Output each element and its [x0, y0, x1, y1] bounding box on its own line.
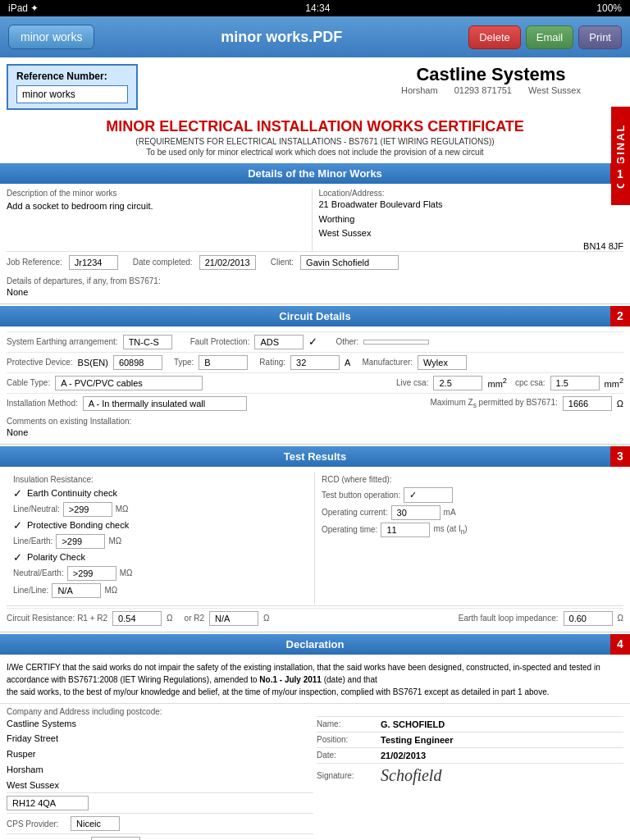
rcd-label: RCD (where fitted):: [322, 475, 617, 484]
section2-content: System Earthing arrangement: TN-C-S Faul…: [0, 328, 630, 445]
prot-device-num: 60898: [113, 355, 162, 370]
or-r2-value: N/A: [209, 611, 258, 626]
declaration-text2: the said works, to the best of my/our kn…: [7, 687, 549, 696]
prot-bond-label: Protective Bonding check: [27, 520, 129, 530]
postcode-row: RH12 4QA: [7, 792, 313, 813]
company-details: Horsham 01293 871751 West Sussex: [401, 85, 581, 95]
prot-device-label: Protective Device:: [7, 358, 73, 367]
line-line-label: Line/Line:: [13, 586, 48, 595]
polarity-label: Polarity Check: [27, 552, 85, 562]
op-current-unit: mA: [444, 508, 456, 517]
cable-type-row: Cable Type: A - PVC/PVC cables Live csa:…: [7, 372, 623, 393]
subtitle2: To be used only for minor electrical wor…: [0, 148, 630, 162]
signature-row: Signature: Schofield: [317, 763, 623, 788]
company-county: West Sussex: [7, 778, 313, 793]
minor-works-button[interactable]: minor works: [8, 25, 94, 49]
circuit-res-row: Circuit Resistance: R1 + R2 0.54 Ω or R2…: [7, 608, 623, 628]
prot-device-row: Protective Device: BS(EN) 60898 Type: B …: [7, 352, 623, 372]
address-line3: West Sussex: [319, 226, 624, 241]
test-right: RCD (where fitted): Test button operatio…: [315, 472, 623, 604]
live-csa-label: Live csa:: [396, 378, 428, 387]
footer-date-value: 21/02/2013: [381, 751, 426, 760]
earth-check-row: ✓ Earth Continuity check: [13, 487, 308, 500]
install-method-row: Installation Method: A - In thermally in…: [7, 393, 623, 413]
earth-fault-unit: Ω: [618, 614, 623, 623]
or-r2-label: or R2: [185, 614, 204, 623]
earth-check: ✓: [13, 487, 22, 500]
doc-header: Reference Number: minor works Castline S…: [0, 57, 630, 113]
departures-value: None: [7, 287, 623, 300]
description-label: Description of the minor works: [7, 189, 312, 198]
name-label: Name:: [317, 719, 374, 728]
print-button[interactable]: Print: [578, 25, 622, 49]
email-button[interactable]: Email: [526, 25, 574, 49]
toolbar: minor works minor works.PDF Delete Email…: [0, 16, 630, 57]
rating-label: Rating:: [259, 358, 285, 367]
position-value: Testing Engineer: [381, 735, 453, 745]
departures-label: Details of departures, if any, from BS76…: [7, 273, 623, 287]
or-r2-unit: Ω: [263, 614, 269, 623]
test-left: Insulation Resistance: ✓ Earth Continuit…: [7, 472, 315, 604]
fault-prot-value: ADS: [254, 335, 304, 349]
client-value: Gavin Schofield: [300, 255, 399, 270]
reference-label: Reference Number:: [16, 71, 128, 82]
cpc-csa-label: cpc csa:: [515, 378, 546, 387]
type-value: B: [199, 355, 248, 370]
section3-number: 3: [610, 446, 630, 467]
op-current-label: Operating current:: [322, 508, 388, 517]
address-line1: 21 Broadwater Boulevard Flats: [319, 198, 624, 212]
signature-label: Signature:: [317, 771, 374, 780]
earth-fault-value: 0.60: [564, 611, 613, 626]
comments-value: None: [7, 427, 623, 441]
earthing-label: System Earthing arrangement:: [7, 337, 118, 346]
company-phone: 01293 871751: [454, 85, 512, 95]
company-town: Rusper: [7, 746, 313, 762]
declaration-date: (date) and that: [324, 675, 377, 684]
location-label: Location/Address:: [319, 189, 624, 198]
neutral-earth-value: >299: [67, 566, 116, 581]
fault-check: ✓: [308, 336, 317, 348]
other-value: [363, 340, 429, 345]
description-value: Add a socket to bedroom ring circuit.: [7, 198, 312, 227]
footer-right: Name: G. SCHOFIELD Position: Testing Eng…: [317, 716, 623, 840]
toolbar-title: minor works.PDF: [221, 29, 342, 46]
original-badge: ORIGINAL: [611, 107, 630, 205]
op-time-row: Operating time: 11 ms (at In): [322, 523, 617, 537]
fault-prot-label: Fault Protection:: [190, 337, 250, 346]
earth-fault-label: Earth fault loop impedance:: [459, 614, 559, 623]
rating-unit: A: [345, 358, 350, 368]
footer-date-label: Date:: [317, 751, 374, 760]
line-earth-row: Line/Earth: >299 MΩ: [13, 534, 308, 549]
live-csa-value: 2.5: [433, 376, 482, 390]
op-time-value: 11: [381, 523, 430, 537]
line-earth-label: Line/Earth:: [13, 536, 52, 546]
company-region: West Sussex: [528, 85, 581, 95]
company-address: Castline Systems Friday Street Rusper Ho…: [7, 716, 313, 792]
status-right: 100%: [596, 2, 622, 14]
section3-content: Insulation Resistance: ✓ Earth Continuit…: [0, 468, 630, 632]
footer-left: Castline Systems Friday Street Rusper Ho…: [7, 716, 313, 840]
circuit-res-label: Circuit Resistance: R1 + R2: [7, 614, 107, 623]
section1-header: Details of the Minor Works 1: [0, 163, 630, 184]
company-city: Horsham: [7, 762, 313, 778]
type-label: Type:: [174, 358, 194, 367]
location-block: Location/Address: 21 Broadwater Boulevar…: [312, 189, 624, 251]
line-earth-value: >299: [56, 534, 105, 549]
section1-number: 1: [610, 163, 630, 184]
earthing-value: TN-C-S: [123, 335, 172, 349]
footer-date-row: Date: 21/02/2013: [317, 747, 623, 763]
cps-provider-row: CPS Provider: Niceic: [7, 813, 313, 833]
reference-box: Reference Number: minor works: [7, 64, 138, 110]
polarity-check: ✓: [13, 551, 22, 564]
status-time: 14:34: [305, 2, 330, 14]
earthing-row: System Earthing arrangement: TN-C-S Faul…: [7, 331, 623, 352]
cps-provider-label: CPS Provider:: [7, 819, 64, 829]
section2-header: Circuit Details 2: [0, 306, 630, 326]
delete-button[interactable]: Delete: [468, 25, 521, 49]
ins-res-label: Insulation Resistance:: [13, 475, 308, 484]
test-button-label: Test button operation:: [322, 491, 400, 500]
prot-bond-check: ✓: [13, 519, 22, 532]
company-address-label: Company and Address including postcode:: [7, 707, 623, 716]
install-method-label: Installation Method:: [7, 399, 78, 408]
comments-label: Comments on existing Installation:: [7, 413, 623, 427]
